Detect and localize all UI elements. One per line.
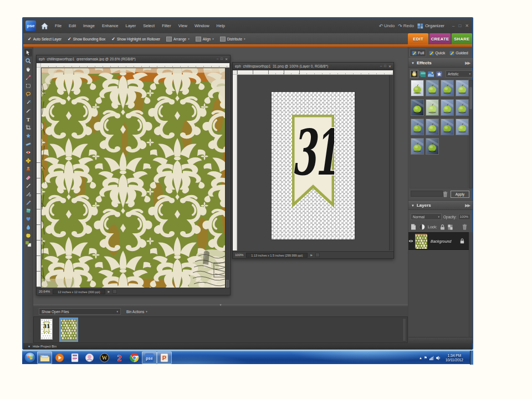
tab-edit[interactable]: EDIT: [408, 33, 428, 44]
effect-thumbnail-neon-glow[interactable]: [441, 99, 454, 116]
menu-filter[interactable]: Filter: [162, 23, 171, 28]
vertical-scrollbar[interactable]: [225, 68, 229, 289]
document-window-31[interactable]: eph_chillingsworthpp1_31.png @ 100% (Lay…: [232, 62, 394, 259]
bin-actions-button[interactable]: Bin Actions ▾: [126, 310, 147, 314]
checkbox-show-bounding-box[interactable]: ✓Show Bounding Box: [68, 37, 105, 42]
undo-button[interactable]: ↶ Undo: [379, 23, 395, 29]
doc-restore-icon[interactable]: □: [221, 57, 223, 61]
menu-enhance[interactable]: Enhance: [102, 23, 119, 28]
tool-move[interactable]: [24, 49, 32, 57]
tool-eraser[interactable]: [24, 173, 32, 181]
doc-minimize-icon[interactable]: –: [217, 57, 218, 61]
lock-all-icon[interactable]: [440, 224, 445, 230]
layers-panel-header[interactable]: ▼ Layers ▶▶: [408, 201, 473, 210]
taskbar-messenger-button[interactable]: [82, 351, 97, 364]
show-open-files-dropdown[interactable]: Show Open Files ▾: [39, 308, 121, 315]
menu-select[interactable]: Select: [143, 23, 155, 28]
show-desktop-button[interactable]: [470, 351, 473, 365]
taskbar-windows-explorer-button[interactable]: [37, 351, 52, 364]
effect-thumbnail-smudge-stick[interactable]: [411, 138, 424, 155]
effects-category-dropdown[interactable]: Artistic ▾: [446, 70, 473, 78]
effects-panel-header[interactable]: ▼ Effects ▶▶: [408, 58, 473, 68]
mode-full[interactable]: Full: [410, 49, 426, 57]
apply-button[interactable]: Apply: [451, 191, 469, 198]
taskbar-powerpoint-button[interactable]: P: [157, 351, 172, 364]
doc-minimize-icon[interactable]: –: [380, 64, 382, 68]
menu-file[interactable]: File: [55, 23, 62, 28]
tool-selection-brush[interactable]: [24, 107, 32, 115]
menu-edit[interactable]: Edit: [69, 23, 76, 28]
hide-project-bin-bar[interactable]: ▼ Hide Project Bin: [23, 343, 472, 350]
all-effects-category-icon[interactable]: [436, 70, 443, 78]
damask-image[interactable]: [42, 68, 226, 289]
effect-thumbnail-rough-pastels[interactable]: [456, 119, 469, 135]
new-layer-icon[interactable]: [411, 224, 416, 230]
tab-create[interactable]: CREATE: [429, 33, 450, 44]
panel-menu-icon[interactable]: ▶▶: [465, 203, 470, 208]
tool-color-swatches[interactable]: [24, 240, 32, 248]
menu-help[interactable]: Help: [217, 23, 225, 28]
layer-row-background[interactable]: Background: [408, 232, 469, 250]
effect-thumbnail-paint-daubs[interactable]: [456, 99, 469, 116]
bin-thumbnail-damask[interactable]: [60, 319, 77, 341]
effects-scrollbar[interactable]: [469, 80, 473, 188]
network-icon[interactable]: [429, 356, 434, 360]
tool-shape[interactable]: [24, 215, 32, 223]
tool-pencil[interactable]: [24, 198, 32, 206]
taskbar-notes-document-button[interactable]: [67, 351, 82, 364]
blend-mode-dropdown[interactable]: Normal ▾: [411, 213, 442, 220]
tool-hand[interactable]: [24, 65, 32, 73]
document-title-bar[interactable]: eph_chillingsworthpp1_31.png @ 100% (Lay…: [233, 63, 393, 70]
status-arrow-icon[interactable]: ▶: [310, 253, 313, 257]
tool-type[interactable]: T: [24, 115, 32, 123]
redo-button[interactable]: ↷ Redo: [398, 23, 414, 29]
photo-effects-category-icon[interactable]: [427, 70, 434, 78]
transparent-canvas[interactable]: 31: [272, 92, 355, 239]
bin-scrollbar[interactable]: [402, 318, 406, 341]
taskbar-photoshop-elements-button[interactable]: pse: [142, 351, 157, 364]
status-arrow-icon[interactable]: ▶: [108, 290, 110, 293]
tool-healing-brush[interactable]: [24, 157, 32, 165]
document-title-bar[interactable]: eph_chillingsworthpp1_greendamask.jpg @ …: [37, 55, 230, 63]
doc-close-icon[interactable]: ✕: [388, 64, 391, 68]
tool-paint-bucket[interactable]: [24, 207, 32, 214]
menu-view[interactable]: View: [178, 23, 187, 28]
vertical-scrollbar[interactable]: [389, 75, 393, 250]
effect-thumbnail-fresco[interactable]: [411, 99, 424, 116]
button-distribute[interactable]: Distribute▾: [220, 37, 245, 42]
button-align[interactable]: Align▾: [196, 37, 214, 42]
delete-layer-icon[interactable]: [462, 224, 467, 230]
tool-smart-brush[interactable]: [24, 190, 32, 198]
effect-thumbnail-film-grain[interactable]: [456, 80, 469, 96]
adjustment-layer-icon[interactable]: [419, 224, 425, 230]
taskbar-world-of-warcraft-button[interactable]: W: [97, 351, 112, 364]
layer-visibility-eye-icon[interactable]: [408, 239, 415, 243]
lock-transparency-icon[interactable]: [448, 224, 453, 230]
effect-thumbnail-palette-knife[interactable]: [411, 119, 424, 135]
close-icon[interactable]: ✕: [465, 23, 469, 28]
menu-layer[interactable]: Layer: [126, 23, 136, 28]
restore-icon[interactable]: □: [458, 23, 461, 28]
tool-sponge-tool[interactable]: [24, 232, 32, 239]
tool-straighten[interactable]: [24, 140, 32, 148]
checkbox-show-highlight-on-rollover[interactable]: ✓Show Highlight on Rollover: [111, 37, 160, 42]
button-arrange[interactable]: Arrange▾: [166, 37, 190, 42]
effect-thumbnail-plastic-wrap[interactable]: [426, 119, 439, 135]
taskbar-numeral-2-app-button[interactable]: 2: [112, 351, 127, 364]
tool-eyedropper[interactable]: [24, 74, 32, 81]
trash-icon[interactable]: [443, 191, 448, 197]
tool-brush[interactable]: [24, 182, 32, 190]
checkbox-auto-select-layer[interactable]: ✓Auto Select Layer: [28, 37, 62, 42]
bin-thumbnail-31[interactable]: 31: [40, 319, 53, 340]
effect-thumbnail-sponge[interactable]: [426, 138, 439, 155]
taskbar-start-orb[interactable]: [23, 351, 37, 365]
taskbar-clock[interactable]: 1:34 PM 10/11/2012: [446, 354, 463, 362]
document-window-damask[interactable]: eph_chillingsworthpp1_greendamask.jpg @ …: [36, 55, 231, 295]
mode-guided[interactable]: Guided: [448, 49, 470, 57]
tool-magic-wand[interactable]: [24, 99, 32, 106]
tool-lasso[interactable]: [24, 90, 32, 98]
effect-thumbnail-colored-pencil[interactable]: [411, 80, 424, 96]
organizer-button[interactable]: Organizer: [417, 23, 444, 29]
layer-styles-category-icon[interactable]: [419, 70, 426, 78]
menu-window[interactable]: Window: [195, 23, 209, 28]
